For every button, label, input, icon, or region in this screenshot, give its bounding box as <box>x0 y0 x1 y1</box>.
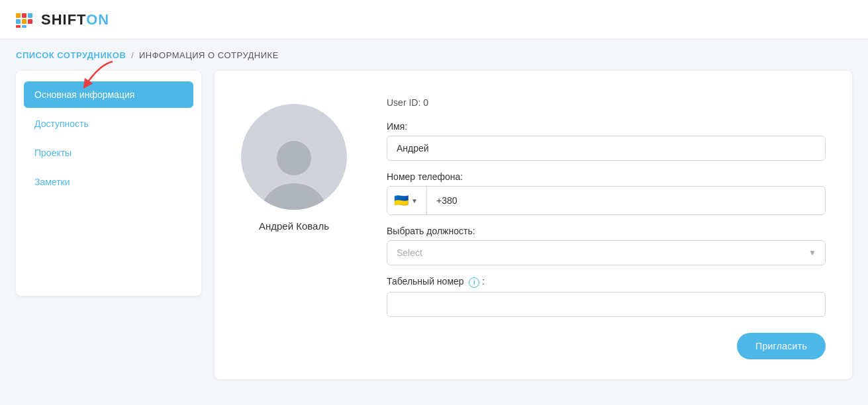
phone-input-wrapper: 🇺🇦 ▼ <box>387 186 826 215</box>
app-header: SHIFTON <box>0 0 868 40</box>
badge-field-group: Табельный номер i : <box>387 276 826 317</box>
logo: SHIFTON <box>13 8 109 32</box>
logo-icon <box>13 8 37 32</box>
svg-rect-4 <box>16 19 21 24</box>
invite-button[interactable]: Пригласить <box>737 333 826 359</box>
svg-point-11 <box>262 183 326 210</box>
phone-chevron-icon: ▼ <box>411 197 418 204</box>
breadcrumb: СПИСОК СОТРУДНИКОВ / ИНФОРМАЦИЯ О СОТРУД… <box>0 40 868 71</box>
svg-rect-2 <box>22 13 26 18</box>
logo-text: SHIFTON <box>41 11 109 28</box>
svg-rect-3 <box>28 13 32 18</box>
invite-button-wrapper: Пригласить <box>387 333 826 359</box>
sidebar-item-notes[interactable]: Заметки <box>24 169 193 195</box>
name-input[interactable] <box>387 136 826 161</box>
badge-input[interactable] <box>387 292 826 317</box>
sidebar-item-availability[interactable]: Доступность <box>24 111 193 137</box>
svg-rect-1 <box>16 13 21 18</box>
avatar-name: Андрей Коваль <box>259 220 329 232</box>
phone-number-input[interactable] <box>427 189 825 212</box>
form-section: User ID: 0 Имя: Номер телефона: 🇺🇦 ▼ <box>387 91 826 359</box>
arrow-annotation <box>73 58 126 91</box>
svg-rect-8 <box>22 25 26 28</box>
sidebar: Основная информация Доступность Проекты … <box>16 71 201 296</box>
avatar-section: Андрей Коваль <box>241 91 347 359</box>
role-label: Выбрать должность: <box>387 226 826 236</box>
avatar-circle <box>241 104 347 210</box>
breadcrumb-separator: / <box>131 50 134 60</box>
badge-info-icon[interactable]: i <box>469 277 479 288</box>
svg-rect-5 <box>22 19 26 24</box>
phone-field-group: Номер телефона: 🇺🇦 ▼ <box>387 171 826 215</box>
phone-label: Номер телефона: <box>387 171 826 182</box>
breadcrumb-current-page: ИНФОРМАЦИЯ О СОТРУДНИКЕ <box>139 50 279 60</box>
right-panel: Андрей Коваль User ID: 0 Имя: Номер теле… <box>215 71 852 379</box>
name-field-group: Имя: <box>387 121 826 161</box>
badge-label: Табельный номер i : <box>387 276 826 288</box>
name-label: Имя: <box>387 121 826 132</box>
flag-emoji: 🇺🇦 <box>394 193 409 208</box>
main-content: Основная информация Доступность Проекты … <box>0 71 868 392</box>
avatar-silhouette <box>261 137 327 210</box>
role-field-group: Выбрать должность: Select ▼ <box>387 226 826 265</box>
user-id-label: User ID: 0 <box>387 97 826 108</box>
svg-rect-6 <box>28 19 32 24</box>
phone-flag-select[interactable]: 🇺🇦 ▼ <box>387 187 427 214</box>
svg-point-10 <box>277 141 311 175</box>
svg-rect-7 <box>16 25 21 28</box>
sidebar-item-projects[interactable]: Проекты <box>24 140 193 166</box>
role-select[interactable]: Select <box>387 240 826 265</box>
role-select-wrapper: Select ▼ <box>387 240 826 265</box>
